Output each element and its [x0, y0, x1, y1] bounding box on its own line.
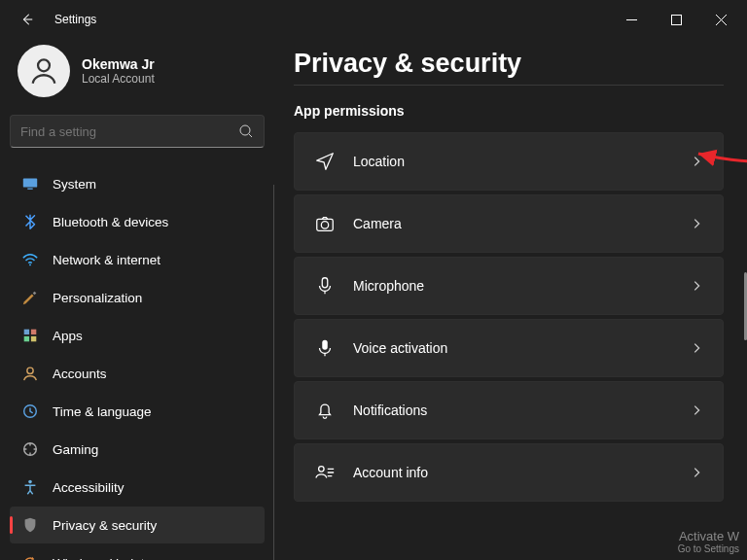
card-label: Voice activation — [353, 340, 672, 356]
apps-icon — [21, 327, 39, 344]
svg-point-5 — [29, 264, 31, 266]
avatar — [18, 45, 70, 97]
maximize-icon — [671, 15, 682, 25]
update-icon — [21, 554, 39, 560]
card-label: Camera — [353, 216, 672, 231]
nav-label: System — [53, 177, 96, 192]
close-icon — [716, 15, 727, 25]
profile-name: Okemwa Jr — [82, 56, 155, 72]
nav-label: Accounts — [53, 367, 107, 381]
main-content: Privacy & security App permissions Locat… — [274, 39, 747, 560]
annotation-arrow — [693, 146, 747, 169]
svg-rect-6 — [24, 330, 29, 334]
nav-item-personalization[interactable]: Personalization — [10, 279, 265, 316]
chevron-right-icon — [690, 341, 703, 355]
nav-item-system[interactable]: System — [10, 165, 265, 202]
card-account-info[interactable]: Account info — [294, 443, 724, 502]
microphone-icon — [314, 275, 336, 297]
search-icon — [238, 123, 254, 139]
accounts-icon — [21, 365, 39, 382]
nav-item-privacy[interactable]: Privacy & security — [10, 507, 265, 543]
card-camera[interactable]: Camera — [294, 194, 724, 253]
card-label: Account info — [353, 465, 672, 480]
svg-rect-16 — [322, 278, 328, 288]
svg-rect-9 — [31, 336, 36, 341]
card-voice[interactable]: Voice activation — [294, 319, 724, 377]
nav-item-accessibility[interactable]: Accessibility — [10, 469, 265, 506]
nav-item-update[interactable]: Windows Update — [10, 544, 265, 560]
time-icon — [21, 402, 39, 420]
card-microphone[interactable]: Microphone — [294, 257, 724, 315]
page-heading: Privacy & security — [294, 49, 724, 79]
minimize-button[interactable] — [609, 4, 654, 35]
card-label: Notifications — [353, 402, 672, 418]
card-location[interactable]: Location — [294, 132, 724, 191]
nav-label: Time & language — [53, 404, 152, 419]
svg-point-10 — [27, 368, 33, 373]
nav-label: Bluetooth & devices — [53, 215, 168, 229]
minimize-icon — [626, 15, 637, 25]
svg-rect-0 — [671, 15, 681, 24]
nav-label: Accessibility — [53, 480, 124, 495]
arrow-left-icon — [20, 13, 34, 26]
nav-label: Gaming — [53, 442, 98, 457]
chevron-right-icon — [690, 279, 703, 293]
chevron-right-icon — [690, 217, 703, 230]
close-button[interactable] — [698, 4, 743, 35]
accessibility-icon — [21, 478, 39, 496]
system-icon — [21, 175, 39, 192]
nav-item-network[interactable]: Network & internet — [10, 241, 265, 278]
card-label: Microphone — [353, 278, 672, 294]
nav-item-bluetooth[interactable]: Bluetooth & devices — [10, 203, 265, 240]
sidebar: Okemwa Jr Local Account SystemBluetooth … — [0, 39, 274, 560]
nav-item-apps[interactable]: Apps — [10, 317, 265, 354]
svg-rect-3 — [23, 179, 37, 188]
svg-point-18 — [319, 467, 325, 472]
notifications-icon — [314, 400, 336, 421]
chevron-right-icon — [690, 403, 703, 417]
section-heading: App permissions — [294, 103, 724, 119]
window-title: Settings — [54, 13, 96, 26]
camera-icon — [314, 213, 336, 234]
svg-rect-8 — [24, 336, 29, 341]
location-icon — [314, 151, 336, 172]
svg-point-2 — [240, 125, 250, 135]
svg-rect-17 — [322, 340, 328, 350]
nav-label: Personalization — [53, 291, 142, 305]
nav-label: Apps — [53, 329, 83, 343]
gaming-icon — [21, 440, 39, 458]
user-icon — [27, 54, 60, 88]
svg-point-1 — [38, 59, 50, 71]
svg-rect-4 — [27, 189, 32, 190]
card-notifications[interactable]: Notifications — [294, 381, 724, 439]
chevron-right-icon — [690, 466, 703, 479]
nav-item-gaming[interactable]: Gaming — [10, 431, 265, 468]
nav-item-time[interactable]: Time & language — [10, 393, 265, 430]
svg-rect-7 — [31, 330, 36, 334]
nav-label: Privacy & security — [53, 518, 157, 533]
account-info-icon — [314, 462, 336, 483]
personalization-icon — [21, 289, 39, 306]
card-label: Location — [353, 154, 672, 169]
nav-label: Network & internet — [53, 253, 160, 267]
titlebar: Settings — [0, 0, 747, 39]
maximize-button[interactable] — [654, 4, 698, 35]
svg-point-13 — [28, 480, 32, 484]
back-button[interactable] — [14, 6, 41, 33]
nav-item-accounts[interactable]: Accounts — [10, 355, 265, 392]
voice-icon — [314, 337, 336, 359]
profile[interactable]: Okemwa Jr Local Account — [10, 39, 265, 115]
profile-sub: Local Account — [82, 72, 155, 86]
search-input[interactable] — [20, 124, 238, 139]
network-icon — [21, 251, 39, 268]
privacy-icon — [21, 516, 39, 534]
nav-label: Windows Update — [53, 556, 152, 561]
search-box[interactable] — [10, 115, 265, 148]
bluetooth-icon — [21, 213, 39, 230]
heading-underline — [294, 85, 724, 86]
nav-list: SystemBluetooth & devicesNetwork & inter… — [10, 165, 265, 560]
svg-point-15 — [321, 222, 328, 228]
